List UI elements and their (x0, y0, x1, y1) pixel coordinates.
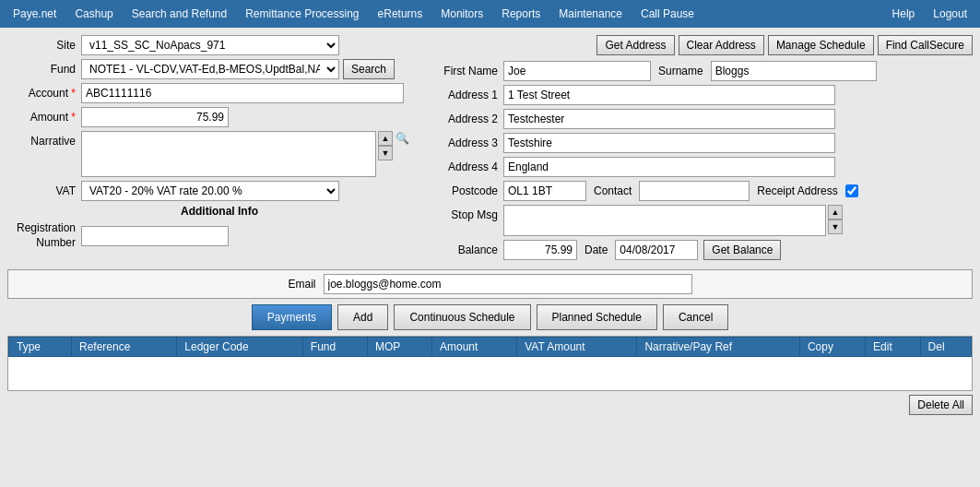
scroll-up-btn[interactable]: ▲ (378, 131, 393, 146)
action-buttons: Payments Add Continuous Schedule Planned… (7, 304, 973, 330)
narrative-label: Narrative (7, 131, 81, 148)
address3-label: Address 3 (439, 137, 503, 149)
col-ledger-code: Ledger Code (177, 338, 303, 357)
vat-select[interactable]: VAT20 - 20% VAT rate 20.00 % (81, 181, 339, 201)
col-fund: Fund (302, 338, 367, 357)
address1-row: Address 1 (439, 85, 973, 105)
account-row: Account (7, 83, 431, 103)
balance-label: Balance (439, 244, 503, 256)
get-address-button[interactable]: Get Address (596, 35, 674, 55)
email-label: Email (288, 278, 323, 291)
nav-logout[interactable]: Logout (924, 0, 976, 28)
balance-input[interactable] (503, 240, 577, 260)
fund-select[interactable]: NOTE1 - VL-CDV,VAT-Ed,B-MEOS,UpdtBal,NA-… (81, 59, 339, 79)
stop-msg-area: ▲ ▼ (503, 205, 843, 236)
stop-msg-label: Stop Msg (439, 205, 503, 221)
postcode-label: Postcode (439, 184, 503, 197)
col-reference: Reference (71, 338, 176, 357)
registration-row: RegistrationNumber (7, 221, 431, 250)
receipt-address-label: Receipt Address (750, 184, 844, 197)
col-narrative: Narrative/Pay Ref (637, 338, 800, 357)
left-panel: Site v11_SS_SC_NoApacs_971 Fund NOTE1 - … (7, 35, 431, 264)
site-select[interactable]: v11_SS_SC_NoApacs_971 (81, 35, 339, 55)
fund-row: Fund NOTE1 - VL-CDV,VAT-Ed,B-MEOS,UpdtBa… (7, 59, 431, 79)
vat-label: VAT (7, 184, 81, 197)
bottom-bar: Delete All (7, 395, 973, 415)
nav-maintenance[interactable]: Maintenance (549, 0, 632, 28)
first-name-input[interactable] (503, 61, 651, 81)
nav-monitors[interactable]: Monitors (431, 0, 492, 28)
cancel-button[interactable]: Cancel (663, 304, 728, 330)
account-input[interactable] (81, 83, 404, 103)
stop-scroll-down[interactable]: ▼ (828, 220, 843, 234)
nav-ereturns[interactable]: eReturns (369, 0, 432, 28)
email-row: Email (7, 269, 973, 299)
stop-msg-row: Stop Msg ▲ ▼ (439, 205, 973, 236)
manage-schedule-button[interactable]: Manage Schedule (768, 35, 874, 55)
top-buttons-row: Get Address Clear Address Manage Schedul… (439, 35, 973, 55)
stop-msg-textarea[interactable] (503, 205, 826, 236)
address1-label: Address 1 (439, 89, 503, 101)
nav-bar: Paye.net Cashup Search and Refund Remitt… (0, 0, 980, 28)
amount-row: Amount (7, 107, 431, 127)
col-vat-amount: VAT Amount (517, 338, 637, 357)
nav-payenet[interactable]: Paye.net (4, 0, 65, 28)
data-table: Type Reference Ledger Code Fund MOP Amou… (8, 337, 972, 357)
address2-input[interactable] (503, 109, 835, 129)
surname-input[interactable] (711, 61, 877, 81)
nav-remittance[interactable]: Remittance Processing (236, 0, 368, 28)
postcode-input[interactable] (503, 181, 586, 201)
address4-row: Address 4 (439, 157, 973, 177)
receipt-address-checkbox[interactable] (845, 184, 858, 197)
nav-call-pause[interactable]: Call Pause (632, 0, 703, 28)
scroll-down-btn[interactable]: ▼ (378, 146, 393, 160)
col-edit: Edit (866, 338, 921, 357)
data-table-wrapper: Type Reference Ledger Code Fund MOP Amou… (7, 336, 973, 391)
amount-label: Amount (7, 111, 81, 124)
balance-row: Balance Date Get Balance (439, 240, 973, 260)
address2-row: Address 2 (439, 109, 973, 129)
contact-label: Contact (586, 184, 639, 197)
payments-button[interactable]: Payments (252, 304, 332, 330)
col-mop: MOP (367, 338, 431, 357)
main-content: Site v11_SS_SC_NoApacs_971 Fund NOTE1 - … (0, 28, 980, 487)
nav-search-refund[interactable]: Search and Refund (123, 0, 236, 28)
email-input[interactable] (324, 274, 692, 294)
address3-input[interactable] (503, 133, 835, 153)
registration-label: RegistrationNumber (7, 221, 81, 250)
date-label: Date (577, 244, 615, 256)
stop-scroll-up[interactable]: ▲ (828, 205, 843, 220)
find-callsecure-button[interactable]: Find CallSecure (878, 35, 973, 55)
continuous-schedule-button[interactable]: Continuous Schedule (394, 304, 530, 330)
surname-label: Surname (651, 65, 711, 77)
add-button[interactable]: Add (337, 304, 388, 330)
name-row: First Name Surname (439, 61, 973, 81)
nav-cashup[interactable]: Cashup (65, 0, 122, 28)
right-panel: Get Address Clear Address Manage Schedul… (439, 35, 973, 264)
address1-input[interactable] (503, 85, 835, 105)
narrative-textarea[interactable] (81, 131, 376, 177)
fund-label: Fund (7, 63, 81, 76)
first-name-label: First Name (439, 65, 503, 77)
delete-all-button[interactable]: Delete All (909, 395, 973, 415)
contact-input[interactable] (639, 181, 750, 201)
address2-label: Address 2 (439, 113, 503, 125)
narrative-scroll: ▲ ▼ (378, 131, 393, 160)
search-button[interactable]: Search (343, 59, 395, 79)
date-input[interactable] (615, 240, 698, 260)
registration-input[interactable] (81, 226, 229, 246)
nav-help[interactable]: Help (883, 0, 925, 28)
amount-input[interactable] (81, 107, 229, 127)
get-balance-button[interactable]: Get Balance (703, 240, 781, 260)
narrative-icon[interactable]: 🔍 (395, 131, 409, 146)
clear-address-button[interactable]: Clear Address (679, 35, 764, 55)
vat-row: VAT VAT20 - 20% VAT rate 20.00 % (7, 181, 431, 201)
narrative-area: ▲ ▼ 🔍 (81, 131, 409, 177)
narrative-row: Narrative ▲ ▼ 🔍 (7, 131, 431, 177)
stop-scroll: ▲ ▼ (828, 205, 843, 234)
site-row: Site v11_SS_SC_NoApacs_971 (7, 35, 431, 55)
nav-reports[interactable]: Reports (492, 0, 549, 28)
address4-input[interactable] (503, 157, 835, 177)
planned-schedule-button[interactable]: Planned Schedule (537, 304, 657, 330)
address3-row: Address 3 (439, 133, 973, 153)
